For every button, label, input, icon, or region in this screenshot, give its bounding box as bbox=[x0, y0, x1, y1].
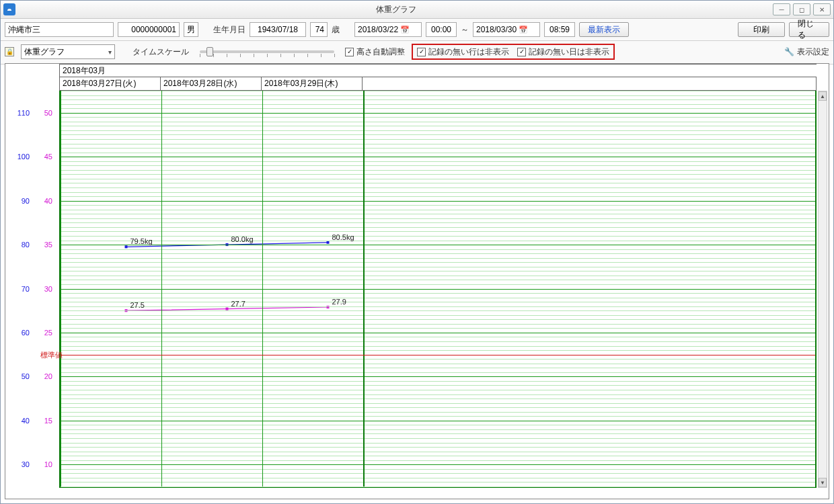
checkbox-icon bbox=[345, 48, 354, 56]
y-tick-right: 40 bbox=[44, 197, 52, 205]
y-tick-right: 20 bbox=[44, 372, 52, 380]
y-tick-left: 40 bbox=[22, 417, 30, 425]
y-tick-right: 15 bbox=[44, 417, 52, 425]
reference-label: 標準値 bbox=[40, 350, 63, 360]
data-label: 27.5 bbox=[130, 301, 145, 309]
window-title: 体重グラフ bbox=[20, 4, 773, 15]
age-field: 74 bbox=[310, 22, 328, 37]
y-tick-right: 30 bbox=[44, 285, 52, 293]
y-tick-left: 80 bbox=[22, 241, 30, 249]
patient-sex: 男 bbox=[187, 24, 195, 36]
hide-empty-rows-checkbox[interactable]: 記録の無い行は非表示 bbox=[417, 46, 509, 58]
calendar-icon[interactable] bbox=[398, 25, 410, 34]
titlebar: 体重グラフ ─ ◻ ✕ bbox=[1, 1, 833, 19]
y-tick-right: 45 bbox=[44, 153, 52, 161]
calendar-icon[interactable] bbox=[517, 25, 528, 34]
y-axis-left: 11010090807060504030 bbox=[9, 91, 32, 488]
date-to: 2018/03/30 bbox=[476, 25, 517, 34]
y-tick-left: 90 bbox=[22, 197, 30, 205]
age-unit: 歳 bbox=[332, 24, 340, 36]
close-window-button[interactable]: ✕ bbox=[813, 3, 831, 15]
checkbox-icon bbox=[517, 48, 526, 56]
month-label: 2018年03月 bbox=[63, 65, 106, 77]
scroll-up-button[interactable]: ▲ bbox=[819, 91, 827, 101]
graph-type-value: 体重グラフ bbox=[24, 46, 65, 58]
refresh-button[interactable]: 最新表示 bbox=[579, 22, 629, 37]
y-axis-right: 504540353025201510 bbox=[32, 91, 55, 488]
birth-date-field[interactable]: 1943/07/18 bbox=[250, 22, 306, 37]
birth-label: 生年月日 bbox=[213, 24, 245, 36]
patient-id-field[interactable]: 0000000001 bbox=[118, 22, 180, 37]
date-to-field[interactable]: 2018/03/30 bbox=[473, 22, 540, 37]
plot-area: 標準値79.5kg80.0kg80.5kg27.527.727.9 bbox=[59, 91, 817, 488]
y-tick-left: 60 bbox=[22, 329, 30, 337]
timescale-slider[interactable] bbox=[200, 50, 334, 53]
chart-area: 2018年03月 2018年03月27日(火)2018年03月28日(水)201… bbox=[5, 63, 829, 499]
y-tick-left: 110 bbox=[17, 109, 30, 117]
wrench-icon bbox=[784, 47, 797, 56]
data-label: 80.0kg bbox=[231, 235, 254, 243]
toolbar-row-2: 🔒 体重グラフ ▾ タイムスケール 高さ自動調整 記録の無い行は非表示 記録の無… bbox=[1, 41, 833, 65]
patient-id: 0000000001 bbox=[131, 25, 176, 34]
tilde: ～ bbox=[461, 24, 469, 36]
day-headers: 2018年03月27日(火)2018年03月28日(水)2018年03月29日(… bbox=[59, 77, 817, 91]
hide-empty-days-checkbox[interactable]: 記録の無い日は非表示 bbox=[517, 46, 609, 58]
close-button[interactable]: 閉じる bbox=[789, 22, 829, 37]
minimize-button[interactable]: ─ bbox=[773, 3, 790, 15]
time-to-field[interactable]: 08:59 bbox=[544, 22, 575, 37]
time-to: 08:59 bbox=[549, 25, 570, 34]
lock-icon: 🔒 bbox=[5, 47, 14, 56]
time-from: 00:00 bbox=[431, 25, 451, 34]
y-tick-left: 100 bbox=[17, 153, 30, 161]
age-value: 74 bbox=[315, 25, 324, 34]
y-tick-left: 70 bbox=[22, 285, 30, 293]
patient-name: 沖縄市三 bbox=[8, 24, 40, 36]
data-label: 27.9 bbox=[332, 298, 346, 306]
app-window: 体重グラフ ─ ◻ ✕ 沖縄市三 0000000001 男 生年月日 1943/… bbox=[0, 0, 834, 504]
data-label: 79.5kg bbox=[130, 237, 153, 245]
display-settings-button[interactable]: 表示設定 bbox=[784, 46, 829, 58]
graph-type-select[interactable]: 体重グラフ ▾ bbox=[21, 44, 115, 59]
month-header: 2018年03月 bbox=[59, 64, 817, 77]
date-from-field[interactable]: 2018/03/22 bbox=[354, 22, 422, 37]
y-tick-right: 35 bbox=[44, 241, 52, 249]
y-tick-right: 50 bbox=[44, 109, 52, 117]
day-header: 2018年03月29日(木) bbox=[261, 77, 362, 91]
scroll-down-button[interactable]: ▼ bbox=[819, 478, 827, 487]
app-icon bbox=[3, 3, 15, 15]
birth-date: 1943/07/18 bbox=[258, 25, 298, 34]
data-label: 80.5kg bbox=[332, 233, 354, 241]
date-from: 2018/03/22 bbox=[358, 25, 398, 34]
y-tick-left: 50 bbox=[22, 372, 30, 380]
time-from-field[interactable]: 00:00 bbox=[426, 22, 457, 37]
timescale-label: タイムスケール bbox=[132, 46, 189, 58]
chevron-down-icon: ▾ bbox=[108, 48, 112, 56]
day-header: 2018年03月28日(水) bbox=[160, 77, 261, 91]
auto-height-checkbox[interactable]: 高さ自動調整 bbox=[345, 46, 405, 58]
patient-sex-field[interactable]: 男 bbox=[184, 22, 198, 37]
day-header-empty bbox=[362, 77, 817, 91]
day-header: 2018年03月27日(火) bbox=[59, 77, 160, 91]
y-tick-right: 25 bbox=[44, 329, 52, 337]
vertical-scrollbar[interactable]: ▲ ▼ bbox=[818, 91, 827, 488]
maximize-button[interactable]: ◻ bbox=[793, 3, 810, 15]
print-button[interactable]: 印刷 bbox=[738, 22, 785, 37]
checkbox-icon bbox=[417, 48, 426, 56]
y-tick-right: 10 bbox=[44, 460, 52, 468]
patient-name-field[interactable]: 沖縄市三 bbox=[5, 22, 114, 37]
highlighted-options: 記録の無い行は非表示 記録の無い日は非表示 bbox=[412, 44, 615, 60]
data-label: 27.7 bbox=[231, 300, 245, 308]
window-buttons: ─ ◻ ✕ bbox=[773, 3, 831, 15]
y-tick-left: 30 bbox=[22, 460, 30, 468]
toolbar-row-1: 沖縄市三 0000000001 男 生年月日 1943/07/18 74 歳 2… bbox=[1, 19, 833, 41]
